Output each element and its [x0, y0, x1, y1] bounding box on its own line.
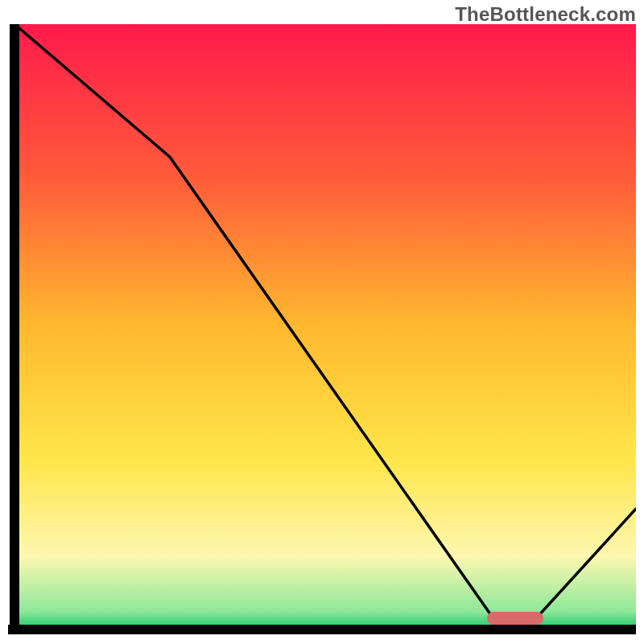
bottleneck-plot	[8, 24, 636, 636]
chart-frame: TheBottleneck.com	[0, 0, 644, 644]
gradient-background	[14, 24, 636, 630]
watermark-label: TheBottleneck.com	[455, 3, 636, 26]
plot-svg	[8, 24, 636, 636]
optimal-zone-marker	[487, 612, 543, 625]
